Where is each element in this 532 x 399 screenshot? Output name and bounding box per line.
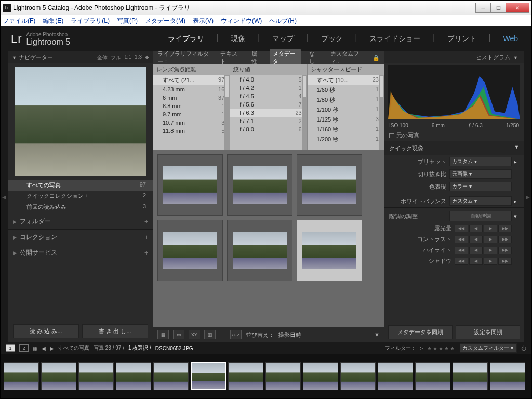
monitor-2-button[interactable]: 2 <box>19 344 29 352</box>
filmstrip-thumbnail[interactable] <box>265 362 301 390</box>
grid-thumbnail[interactable] <box>297 220 362 281</box>
filmstrip-thumbnail[interactable] <box>228 362 263 390</box>
module-library[interactable]: ライブラリ <box>165 33 207 45</box>
forward-icon[interactable]: ▶ <box>50 345 54 351</box>
toolbar-menu-icon[interactable]: ▼ <box>374 331 380 338</box>
scrollbar[interactable] <box>224 75 230 150</box>
preset-select[interactable]: カスタム ▾ <box>449 157 512 166</box>
import-button[interactable]: 読 み 込 み... <box>13 324 79 338</box>
left-edge-handle[interactable]: ◀ <box>1 51 8 342</box>
loupe-view-icon[interactable]: ▭ <box>173 330 184 339</box>
filmstrip-thumbnail[interactable] <box>191 362 226 390</box>
metadata-row[interactable]: すべて (21...97 <box>153 75 230 85</box>
flag-filter-icon[interactable]: ≥ <box>420 345 423 351</box>
treatment-select[interactable]: カラー ▾ <box>449 182 512 191</box>
section-publish[interactable]: ▶公開サービス+ <box>8 245 153 260</box>
rating-filter[interactable]: ★★★★★ <box>427 345 456 351</box>
wb-select[interactable]: カスタム ▾ <box>449 196 512 206</box>
histogram-header[interactable]: ヒストグラム▼ <box>384 51 524 63</box>
metadata-row[interactable]: 1/100 秒1 <box>308 105 384 115</box>
menu-library[interactable]: ライブラリ(L) <box>71 17 110 25</box>
sort-value[interactable]: 撮影日時 <box>278 331 301 339</box>
wb-expand-icon[interactable]: ▸ <box>512 198 519 205</box>
tone-expand-icon[interactable]: ▾ <box>512 213 519 220</box>
survey-view-icon[interactable]: ▥ <box>204 330 216 339</box>
preset-expand-icon[interactable]: ▸ <box>512 158 519 165</box>
filmstrip-thumbnail[interactable] <box>303 362 338 390</box>
metadata-row[interactable]: 4.23 mm16 <box>153 85 230 94</box>
grid-view-icon[interactable]: ▦ <box>157 330 169 339</box>
metadata-row[interactable]: 11.8 mm5 <box>153 127 230 135</box>
filmstrip-thumbnail[interactable] <box>116 362 151 390</box>
metadata-row[interactable]: 8.8 mm1 <box>153 102 230 110</box>
sort-direction-icon[interactable]: a↓z <box>230 330 242 339</box>
catalog-all-photos[interactable]: すべての写真97 <box>8 180 153 191</box>
filmstrip-thumbnail[interactable] <box>78 362 114 390</box>
section-folders[interactable]: ▶フォルダー+ <box>8 214 153 229</box>
metadata-row[interactable]: f / 6.323 <box>230 109 307 117</box>
minimize-button[interactable]: ─ <box>475 3 491 13</box>
filmstrip-thumbnail[interactable] <box>378 362 413 390</box>
metadata-row[interactable]: 1/125 秒3 <box>308 115 384 125</box>
close-button[interactable]: ✕ <box>506 3 529 13</box>
monitor-1-button[interactable]: 1 <box>6 344 15 352</box>
nav-ratio-menu-icon[interactable]: ◆ <box>145 54 149 61</box>
nav-fill[interactable]: フル <box>111 54 121 61</box>
filmstrip-thumbnail[interactable] <box>153 362 189 390</box>
highlight-stepper[interactable]: ◀◀◀▶▶▶ <box>455 247 512 254</box>
module-web[interactable]: Web <box>500 33 521 45</box>
filmstrip-thumbnail[interactable] <box>453 362 488 390</box>
menu-window[interactable]: ウィンドウ(W) <box>221 17 262 25</box>
sync-settings-button[interactable]: 設定を同期 <box>456 325 520 339</box>
original-photo-checkbox[interactable]: 元の写真 <box>384 129 524 141</box>
nav-1-3[interactable]: 1:3 <box>135 54 142 61</box>
quick-develop-header[interactable]: クイック現像▼ <box>384 141 524 155</box>
exposure-stepper[interactable]: ◀◀◀▶▶▶ <box>455 225 512 232</box>
filter-lock-icon[interactable]: 🔒 <box>373 55 380 61</box>
metadata-row[interactable]: 1/60 秒1 <box>308 85 384 95</box>
module-map[interactable]: マップ <box>269 33 297 45</box>
grid-thumbnail[interactable] <box>297 154 362 216</box>
export-button[interactable]: 書 き 出 し... <box>82 324 148 338</box>
maximize-button[interactable]: ☐ <box>490 3 506 13</box>
metadata-column-header[interactable]: 絞り値 <box>230 64 307 75</box>
metadata-row[interactable]: f / 5.67 <box>230 100 307 109</box>
filmstrip-thumbnail[interactable] <box>340 362 376 390</box>
metadata-row[interactable]: f / 4.05 <box>230 75 307 84</box>
metadata-row[interactable]: 9.7 mm1 <box>153 110 230 118</box>
navigator-preview[interactable] <box>15 66 146 176</box>
menu-edit[interactable]: 編集(E) <box>43 17 63 25</box>
auto-tone-button[interactable]: 自動階調 <box>449 211 512 221</box>
metadata-row[interactable]: f / 8.06 <box>230 125 307 134</box>
metadata-row[interactable]: f / 4.54 <box>230 92 307 100</box>
filmstrip-thumbnail[interactable] <box>4 362 39 390</box>
metadata-row[interactable]: 1/80 秒1 <box>308 95 384 105</box>
nav-1-1[interactable]: 1:1 <box>124 54 131 61</box>
catalog-quick-collection[interactable]: クイックコレクション +2 <box>8 191 153 202</box>
navigator-header[interactable]: ▼ナビゲーター 全体 フル 1:1 1:3 ◆ <box>8 51 153 63</box>
scrollbar[interactable] <box>379 75 384 150</box>
grid-thumbnail[interactable] <box>157 220 223 281</box>
nav-fit[interactable]: 全体 <box>97 54 108 61</box>
sync-metadata-button[interactable]: メタデータを同期 <box>388 325 453 339</box>
metadata-row[interactable]: 6 mm37 <box>153 94 230 102</box>
back-icon[interactable]: ◀ <box>42 345 46 351</box>
metadata-row[interactable]: 1/200 秒1 <box>308 135 384 144</box>
contrast-stepper[interactable]: ◀◀◀▶▶▶ <box>455 236 512 243</box>
metadata-row[interactable]: f / 4.21 <box>230 84 307 92</box>
metadata-row[interactable]: 1/160 秒1 <box>308 125 384 135</box>
module-develop[interactable]: 現像 <box>228 33 248 45</box>
module-book[interactable]: ブック <box>318 33 346 45</box>
grid-thumbnail[interactable] <box>227 220 292 281</box>
menu-photo[interactable]: 写真(P) <box>117 17 138 25</box>
filmstrip-thumbnail[interactable] <box>415 362 450 390</box>
menu-view[interactable]: 表示(V) <box>193 17 214 25</box>
catalog-previous-import[interactable]: 前回の読み込み3 <box>8 202 153 212</box>
metadata-row[interactable]: 10.7 mm3 <box>153 118 230 127</box>
histogram[interactable] <box>388 65 520 119</box>
metadata-row[interactable]: f / 7.12 <box>230 117 307 125</box>
metadata-column-header[interactable]: レンズ焦点距離 <box>153 64 230 75</box>
filmstrip[interactable] <box>1 354 531 398</box>
menu-help[interactable]: ヘルプ(H) <box>269 17 297 25</box>
thumbnail-grid[interactable] <box>153 150 384 327</box>
